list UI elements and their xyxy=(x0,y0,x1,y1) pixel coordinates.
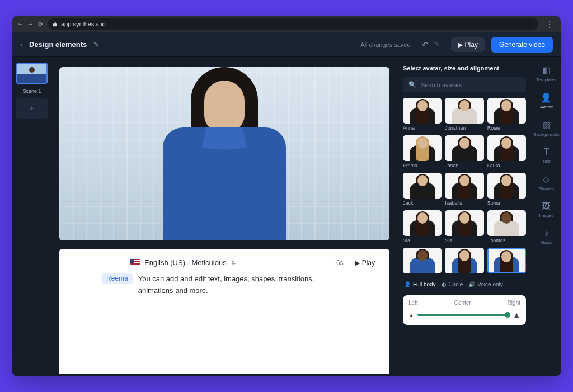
play-button[interactable]: ▶ Play xyxy=(451,37,485,52)
person-icon: 👤 xyxy=(404,281,411,287)
language-label: English (US) - Meticulous xyxy=(144,258,227,267)
browser-back-icon[interactable]: ← xyxy=(17,20,24,28)
panel-title: Select avatar, size and alignment xyxy=(403,65,526,72)
size-slider[interactable]: ▲ ▲ xyxy=(408,310,520,319)
plus-icon: ＋ xyxy=(28,103,36,114)
video-preview[interactable] xyxy=(59,67,389,240)
view-mode-circle[interactable]: ◐ Circle xyxy=(442,281,463,287)
avatar-icon: 👤 xyxy=(541,92,552,103)
avatar-card-sia2[interactable]: Sia xyxy=(445,210,483,243)
avatar-grid: Anna Jonathan Rosie Emma Jason xyxy=(403,98,526,273)
scene-list: Scene 1 ＋ xyxy=(12,57,51,376)
small-person-icon: ▲ xyxy=(408,312,414,318)
back-button[interactable]: ‹ xyxy=(20,41,22,49)
avatar-card-emma[interactable]: Emma xyxy=(403,135,442,168)
browser-chrome-bar: ← → ⟳ app.synthesia.io ⋮ xyxy=(12,16,561,32)
circle-icon: ◐ xyxy=(442,281,447,287)
language-selector-icon[interactable]: ⇅ xyxy=(231,259,236,266)
shapes-icon: ◇ xyxy=(543,174,549,185)
flag-us-icon xyxy=(130,259,140,266)
browser-reload-icon[interactable]: ⟳ xyxy=(38,21,43,28)
slider-thumb[interactable] xyxy=(505,312,510,318)
tool-rail: ◧ Templates 👤 Avatar ▨ Backgrounds T Tex… xyxy=(532,57,561,376)
align-left-label[interactable]: Left xyxy=(408,300,418,306)
avatar-card-variant-3[interactable] xyxy=(487,248,526,273)
avatar-card-rosie[interactable]: Rosie xyxy=(487,98,526,131)
edit-title-icon[interactable]: ✎ xyxy=(93,41,98,48)
avatar-card-thomas[interactable]: Thomas xyxy=(487,210,526,243)
script-panel: English (US) - Meticulous ⇅ · 6s ▶ Play … xyxy=(59,249,389,374)
avatar-card-variant-2[interactable] xyxy=(445,248,483,273)
speaker-tag[interactable]: Reema xyxy=(102,273,133,284)
large-person-icon: ▲ xyxy=(513,310,520,319)
align-center-label[interactable]: Center xyxy=(454,300,471,306)
view-mode-full-body[interactable]: 👤 Full body xyxy=(404,281,436,287)
avatar-card-sia[interactable]: Sia xyxy=(403,210,442,243)
tool-shapes[interactable]: ◇ Shapes xyxy=(539,174,554,191)
avatar-panel: Select avatar, size and alignment 🔍 Sear… xyxy=(397,57,532,376)
avatar-card-jonathan[interactable]: Jonathan xyxy=(445,98,483,131)
tool-images[interactable]: 🖼 Images xyxy=(539,201,553,218)
tool-music[interactable]: ♪ Music xyxy=(541,228,552,245)
url-text: app.synthesia.io xyxy=(61,21,106,27)
scene-thumbnail-1[interactable] xyxy=(16,63,48,84)
save-status: All changes saved xyxy=(360,41,410,48)
browser-window: ← → ⟳ app.synthesia.io ⋮ ‹ Design elemen… xyxy=(12,16,561,376)
lock-icon xyxy=(52,21,58,27)
redo-icon[interactable]: ↷ xyxy=(433,40,440,49)
tool-backgrounds[interactable]: ▨ Backgrounds xyxy=(533,120,560,137)
templates-icon: ◧ xyxy=(542,65,551,75)
avatar-face xyxy=(204,81,245,132)
music-icon: ♪ xyxy=(544,228,548,238)
browser-menu-icon[interactable]: ⋮ xyxy=(543,19,556,30)
scene-label: Scene 1 xyxy=(22,88,41,94)
avatar-card-anna[interactable]: Anna xyxy=(403,98,442,131)
add-scene-button[interactable]: ＋ xyxy=(16,98,48,119)
align-right-label[interactable]: Right xyxy=(508,300,520,306)
avatar-collar xyxy=(202,127,247,150)
avatar-card-jack[interactable]: Jack xyxy=(403,173,442,206)
tool-text[interactable]: T Text xyxy=(542,147,551,164)
avatar-view-modes: 👤 Full body ◐ Circle 🔊 Voice only xyxy=(403,279,526,290)
avatar-card-variant-1[interactable] xyxy=(403,248,442,273)
editor-center: English (US) - Meticulous ⇅ · 6s ▶ Play … xyxy=(51,57,397,376)
alignment-panel: Left Center Right ▲ ▲ xyxy=(403,295,526,325)
script-text-input[interactable]: You can add and edit text, images, shape… xyxy=(138,273,351,297)
play-script-button[interactable]: ▶ Play xyxy=(355,259,375,267)
play-icon: ▶ xyxy=(355,259,360,267)
browser-url-bar[interactable]: app.synthesia.io xyxy=(48,18,538,30)
view-mode-voice-only[interactable]: 🔊 Voice only xyxy=(468,281,503,287)
script-duration: · 6s xyxy=(332,259,343,267)
browser-forward-icon[interactable]: → xyxy=(27,20,34,28)
avatar-search-input[interactable]: 🔍 Search avatars xyxy=(403,77,526,92)
page-title: Design elements xyxy=(29,40,87,49)
images-icon: 🖼 xyxy=(542,201,551,211)
tool-avatar[interactable]: 👤 Avatar xyxy=(540,92,553,110)
search-icon: 🔍 xyxy=(408,81,416,88)
voice-icon: 🔊 xyxy=(468,281,475,287)
text-icon: T xyxy=(544,147,549,157)
avatar-card-sonia[interactable]: Sonia xyxy=(487,173,526,206)
backgrounds-icon: ▨ xyxy=(542,120,551,130)
app-body: Scene 1 ＋ English (US) - Meticulous xyxy=(12,57,561,376)
undo-icon[interactable]: ↶ xyxy=(422,40,429,49)
tool-templates[interactable]: ◧ Templates xyxy=(536,65,556,82)
generate-video-button[interactable]: Generate video xyxy=(491,37,553,53)
avatar-card-isabella[interactable]: Isabella xyxy=(445,173,483,206)
avatar-card-jason[interactable]: Jason xyxy=(445,135,483,168)
avatar-card-laura[interactable]: Laura xyxy=(487,135,526,168)
play-icon: ▶ xyxy=(458,41,463,49)
app-header: ‹ Design elements ✎ All changes saved ↶ … xyxy=(12,32,561,57)
